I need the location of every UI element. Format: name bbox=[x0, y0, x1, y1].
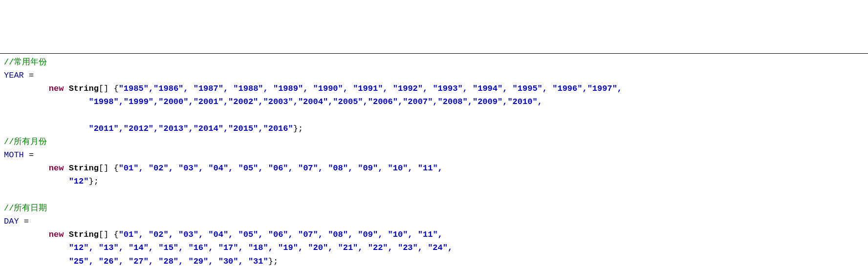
var-month: MOTH bbox=[4, 150, 24, 160]
type-string-day: String bbox=[64, 230, 98, 239]
type-string-month: String bbox=[64, 164, 98, 173]
var-year: YEAR bbox=[4, 71, 24, 80]
kw-new-year: new bbox=[49, 84, 64, 93]
equals-day: = bbox=[19, 217, 29, 226]
open-year: [] { bbox=[99, 84, 119, 93]
month-vals-2: "12" bbox=[69, 177, 89, 186]
comment-year: //常用年份 bbox=[4, 58, 47, 67]
equals-year: = bbox=[24, 71, 34, 80]
year-vals-1b: ,"1986", "1987", "1988", "1989", "1990",… bbox=[149, 84, 622, 93]
close-year: }; bbox=[293, 124, 303, 133]
kw-new-day: new bbox=[49, 230, 64, 239]
equals-month: = bbox=[24, 150, 34, 160]
var-day: DAY bbox=[4, 217, 19, 226]
close-month: }; bbox=[88, 177, 98, 186]
open-day: [] { bbox=[99, 230, 119, 239]
day-vals-3: "25", "26", "27", "28", "29", "30", "31" bbox=[69, 257, 268, 266]
type-string-year: String bbox=[64, 84, 98, 93]
month-vals-1: "01", "02", "03", "04", "05", "06", "07"… bbox=[119, 164, 443, 173]
open-month: [] { bbox=[99, 164, 119, 173]
day-vals-1: "01", "02", "03", "04", "05", "06", "07"… bbox=[119, 230, 443, 239]
year-vals-1a: "1985" bbox=[119, 84, 149, 93]
comment-month: //所有月份 bbox=[4, 137, 47, 146]
kw-new-month: new bbox=[49, 164, 64, 173]
code-block: //常用年份 YEAR = new String[] {"1985","1986… bbox=[0, 53, 868, 269]
comment-day: //所有日期 bbox=[4, 204, 47, 213]
close-day: }; bbox=[268, 257, 278, 266]
year-vals-3: "2011","2012","2013","2014","2015","2016… bbox=[88, 124, 293, 133]
day-vals-2: "12", "13", "14", "15", "16", "17", "18"… bbox=[69, 243, 453, 252]
year-vals-2: "1998","1999","2000","2001","2002","2003… bbox=[88, 97, 542, 106]
